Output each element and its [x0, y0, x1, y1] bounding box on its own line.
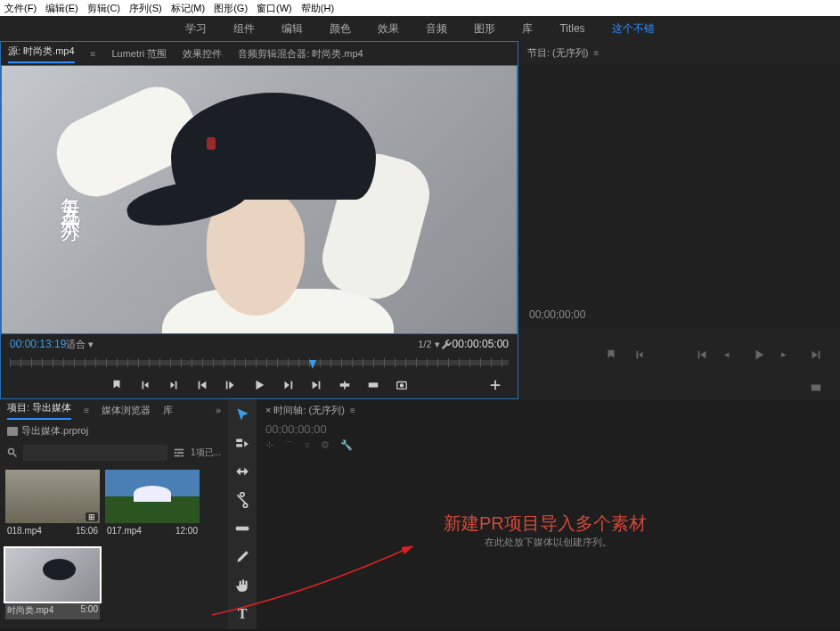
track-select-tool-icon[interactable] [234, 435, 250, 451]
goto-in-icon[interactable] [196, 379, 208, 391]
prog-step-back-icon[interactable]: ◂ [724, 348, 737, 361]
workspace-titles[interactable]: Titles [559, 22, 584, 35]
svg-rect-3 [7, 427, 18, 436]
media-item[interactable]: 017.mp412:00 [105, 470, 200, 543]
wrench2-icon[interactable]: 🔧 [340, 439, 353, 453]
marker-icon[interactable] [110, 379, 123, 391]
menu-sequence[interactable]: 序列(S) [129, 2, 162, 15]
media-thumbnail[interactable] [105, 470, 200, 523]
workspace-audio[interactable]: 音频 [426, 21, 447, 37]
menu-clip[interactable]: 剪辑(C) [87, 2, 120, 15]
media-name: 017.mp4 [107, 526, 142, 536]
timeline-empty-hint: 在此处放下媒体以创建序列。 [485, 536, 612, 549]
media-badge-icon: ⊞ [86, 512, 98, 521]
selection-tool-icon[interactable] [234, 406, 250, 422]
source-video-area[interactable]: 每天九点二十八分 [1, 65, 518, 334]
menu-marker[interactable]: 标记(M) [171, 2, 206, 15]
play-icon[interactable] [253, 379, 265, 391]
in-point-icon[interactable] [139, 379, 151, 391]
project-panel: 项目: 导出媒体 ≡ 媒体浏览器 库 » 导出媒体.prproj 1项已... … [0, 399, 228, 629]
step-back-icon[interactable] [224, 379, 237, 391]
tab-audio-mixer[interactable]: 音频剪辑混合器: 时尚类.mp4 [238, 47, 363, 61]
prog-overwrite-icon[interactable] [810, 381, 822, 394]
resolution-dropdown[interactable]: 1/2 ▾ [418, 339, 439, 350]
panel-menu-icon[interactable]: ≡ [91, 49, 96, 59]
zoom-fit-dropdown[interactable]: 适合 ▾ [66, 338, 94, 351]
tab-source[interactable]: 源: 时尚类.mp4 [8, 45, 75, 63]
overwrite-icon[interactable] [367, 379, 379, 391]
tab-timeline[interactable]: × 时间轴: (无序列) [265, 404, 345, 417]
workspace-library[interactable]: 库 [522, 21, 533, 37]
prog-goto-in-icon[interactable] [696, 348, 708, 361]
program-body[interactable]: 00;00;00;00 [518, 64, 840, 328]
settings-icon[interactable]: ⚙ [321, 439, 330, 453]
nail-icon [207, 137, 216, 150]
source-scrubber[interactable] [1, 354, 518, 372]
tab-effect-controls[interactable]: 效果控件 [183, 47, 222, 61]
settings-wrench-icon[interactable] [440, 337, 453, 351]
project-panel-menu-icon[interactable]: ≡ [84, 406, 89, 415]
item-count: 1项已... [191, 447, 221, 459]
snap-icon[interactable]: ⊹ [265, 439, 273, 453]
link-icon[interactable]: ⌒ [284, 439, 294, 453]
pen-tool-icon[interactable] [234, 549, 250, 565]
workspace-effects[interactable]: 效果 [378, 21, 399, 37]
media-thumbnail[interactable]: ⊞ [5, 470, 100, 523]
tab-project[interactable]: 项目: 导出媒体 [7, 401, 71, 420]
menu-help[interactable]: 帮助(H) [301, 2, 334, 15]
menu-edit[interactable]: 编辑(E) [45, 2, 78, 15]
export-frame-icon[interactable] [396, 379, 408, 391]
scrubber-track[interactable] [10, 360, 509, 365]
search-input[interactable] [23, 445, 167, 461]
ripple-edit-tool-icon[interactable] [234, 463, 250, 479]
marker2-icon[interactable]: ▿ [305, 439, 310, 453]
timeline-timecode[interactable]: 00;00;00;00 [257, 421, 840, 438]
video-overlay-text: 每天九点二十八分 [57, 182, 84, 210]
menu-graphics[interactable]: 图形(G) [214, 2, 248, 15]
svg-rect-5 [175, 449, 184, 451]
add-button-icon[interactable] [489, 379, 502, 391]
timeline-body[interactable]: 新建PR项目导入多个素材 在此处放下媒体以创建序列。 [257, 455, 840, 629]
program-panel: 节目: (无序列) ≡ 00;00;00;00 ◂ ▸ [518, 41, 840, 399]
menu-window[interactable]: 窗口(W) [257, 2, 292, 15]
workspace-editing[interactable]: 编辑 [281, 21, 303, 37]
program-panel-menu-icon[interactable]: ≡ [593, 48, 599, 58]
slip-tool-icon[interactable] [234, 520, 250, 537]
prog-step-fwd-icon[interactable]: ▸ [781, 348, 794, 361]
source-timecode-current[interactable]: 00:00:13:19 [10, 338, 66, 350]
filter-icon[interactable] [173, 447, 185, 458]
tab-lumetri[interactable]: Lumetri 范围 [111, 47, 167, 61]
prog-marker-icon[interactable] [605, 348, 617, 361]
workspace-learn[interactable]: 学习 [185, 21, 207, 37]
step-forward-icon[interactable] [281, 379, 294, 391]
hand-tool-icon[interactable] [234, 578, 250, 594]
search-icon[interactable] [7, 447, 18, 458]
overflow-icon[interactable]: » [216, 405, 221, 415]
svg-rect-8 [175, 455, 180, 457]
media-thumbnail[interactable] [5, 548, 100, 602]
tab-program[interactable]: 节目: (无序列) [527, 46, 588, 60]
program-timecode[interactable]: 00;00;00;00 [529, 308, 585, 321]
razor-tool-icon[interactable] [234, 492, 250, 508]
workspace-color[interactable]: 颜色 [330, 21, 351, 37]
workspace-graphics[interactable]: 图形 [474, 21, 495, 37]
prog-play-icon[interactable] [753, 348, 765, 361]
media-item[interactable]: ⊞ 018.mp415:06 [5, 470, 100, 543]
menu-bar: 文件(F) 编辑(E) 剪辑(C) 序列(S) 标记(M) 图形(G) 窗口(W… [0, 0, 840, 16]
goto-out-icon[interactable] [310, 379, 322, 391]
tab-library[interactable]: 库 [163, 404, 173, 417]
insert-icon[interactable] [338, 379, 351, 391]
prog-goto-out-icon[interactable] [810, 348, 822, 361]
tab-media-browser[interactable]: 媒体浏览器 [102, 404, 151, 417]
prog-in-icon[interactable] [633, 348, 646, 361]
timeline-panel-menu-icon[interactable]: ≡ [350, 406, 355, 415]
svg-point-4 [9, 449, 14, 455]
type-tool-icon[interactable]: T [234, 606, 250, 622]
workspace-assembly[interactable]: 组件 [233, 21, 255, 37]
workspace-extra[interactable]: 这个不错 [612, 21, 655, 37]
out-point-icon[interactable] [167, 379, 180, 391]
menu-file[interactable]: 文件(F) [4, 2, 37, 15]
playhead-icon[interactable] [309, 360, 316, 369]
tool-strip: T [228, 399, 257, 629]
media-item[interactable]: 时尚类.mp45:00 [5, 548, 100, 624]
